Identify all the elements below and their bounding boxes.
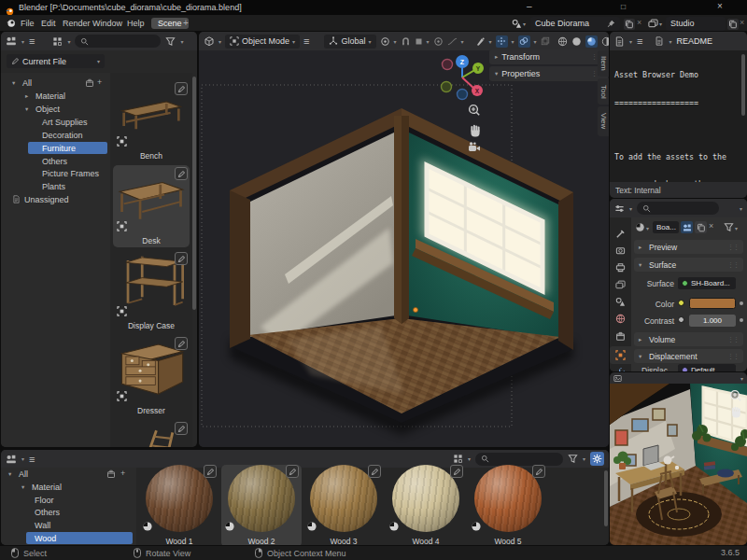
properties-panel-header[interactable]: ▾ Properties ⋮⋮ [489, 66, 608, 81]
pin-icon[interactable] [607, 20, 615, 28]
add-catalog-button[interactable]: + [97, 77, 102, 87]
material-thumb-wood-1[interactable]: Wood 1 [139, 465, 219, 545]
asset-source-select[interactable]: Current File ▾ [7, 54, 105, 68]
material-browse-dropdown-icon[interactable]: ▾ [646, 225, 649, 231]
view-layer-icon[interactable] [648, 19, 658, 29]
properties-search-input[interactable] [637, 202, 719, 215]
editor-type-dropdown-icon[interactable]: ▾ [21, 38, 24, 45]
drag-handle-icon[interactable]: ⋮⋮ [727, 261, 739, 269]
color-swatch[interactable] [689, 298, 736, 309]
material-thumb-wood-2[interactable]: Wood 2 [221, 465, 302, 545]
gizmo-minus-z-axis[interactable] [458, 90, 468, 100]
catalog-all[interactable]: ▾All [8, 468, 28, 480]
options-dropdown-icon[interactable]: ▾ [740, 205, 742, 212]
falloff-curve-icon[interactable] [447, 36, 458, 47]
tab-tool-icon[interactable] [615, 229, 626, 239]
tab-tool[interactable]: Tool [598, 78, 609, 105]
material-thumb-wood-5[interactable]: Wood 5 [468, 465, 548, 545]
displacement-field[interactable]: Default [678, 364, 736, 371]
minimize-button[interactable]: – [527, 1, 532, 11]
surface-panel-header[interactable]: ▾ Surface ⋮⋮ [634, 258, 743, 272]
view-layer-dropdown-icon[interactable]: ▾ [659, 21, 662, 27]
tab-render-icon[interactable] [615, 245, 626, 256]
menu-help[interactable]: Help [127, 19, 145, 28]
transform-panel-header[interactable]: ▸ Transform ⋮⋮ [489, 49, 608, 64]
display-mode-dropdown-icon[interactable]: ▾ [67, 38, 70, 45]
edit-asset-icon[interactable] [368, 465, 381, 478]
edit-asset-icon[interactable] [175, 422, 188, 435]
asset-thumb-dresser[interactable]: Dresser [113, 335, 190, 417]
tab-output-icon[interactable] [615, 262, 626, 273]
view-menu-icon[interactable]: ≡ [303, 35, 309, 47]
tab-scene-icon[interactable] [615, 297, 626, 307]
reference-image[interactable] [610, 384, 747, 545]
asset-thumb-display-case[interactable]: Display Case [113, 250, 190, 332]
maximize-button[interactable]: □ [621, 2, 626, 11]
view-layer-remove-icon[interactable]: × [740, 18, 744, 27]
edit-asset-icon[interactable] [175, 167, 188, 180]
add-workspace-button[interactable]: + [183, 18, 189, 28]
falloff-dropdown-icon[interactable]: ▾ [461, 38, 464, 45]
filter-dropdown-icon[interactable]: ▾ [180, 38, 183, 45]
asset-browser-editor-icon[interactable] [6, 454, 17, 465]
scene-icon[interactable] [512, 19, 522, 29]
scrollbar[interactable] [604, 470, 608, 526]
edit-asset-icon[interactable] [175, 252, 188, 265]
material-name-field[interactable]: Boa... [653, 221, 679, 233]
mode-select[interactable]: Object Mode ▾ [225, 35, 300, 49]
gizmo-minus-x-axis[interactable] [443, 60, 453, 70]
material-preview-icon[interactable] [635, 222, 645, 232]
menu-icon[interactable]: ≡ [637, 35, 642, 47]
catalog-material[interactable]: ▾Material [21, 481, 62, 493]
catalog-art-supplies[interactable]: Art Supplies [42, 116, 88, 128]
unlink-material-icon[interactable]: × [709, 221, 713, 231]
volume-panel-header[interactable]: ▸ Volume ⋮⋮ [634, 332, 743, 346]
asset-browser-toggle-icon[interactable] [681, 221, 693, 233]
tab-object-icon[interactable] [615, 350, 626, 360]
catalog-wall[interactable]: Wall [35, 519, 50, 531]
tab-modifiers-icon[interactable] [615, 367, 626, 371]
scrollbar[interactable] [192, 77, 196, 310]
display-mode-icon[interactable] [453, 454, 463, 464]
image-editor-icon[interactable] [613, 374, 622, 383]
catalog-wood[interactable]: Wood [26, 532, 133, 544]
panel-dropdown-icon[interactable]: ▾ [740, 375, 743, 382]
catalog-floor[interactable]: Floor [35, 494, 54, 506]
close-button[interactable]: × [717, 1, 723, 11]
asset-search-input[interactable] [75, 35, 161, 48]
filter-funnel-icon[interactable] [724, 222, 734, 232]
shading-material-icon[interactable] [585, 35, 598, 48]
drag-handle-icon[interactable]: ⋮⋮ [727, 353, 739, 360]
snap-target-icon[interactable] [415, 37, 423, 46]
show-gizmo-icon[interactable] [496, 35, 508, 48]
material-search-input[interactable] [475, 453, 563, 466]
preview-panel-header[interactable]: ▸ Preview ⋮⋮ [634, 240, 743, 254]
tab-item[interactable]: Item [598, 50, 609, 77]
xray-toggle-icon[interactable] [541, 36, 550, 46]
tab-view[interactable]: View [598, 106, 609, 136]
menu-render[interactable]: Render [63, 19, 91, 28]
viewport-canvas[interactable]: Z Y X [199, 50, 609, 447]
catalog-others[interactable]: Others [42, 155, 67, 167]
edit-asset-icon[interactable] [286, 465, 299, 478]
properties-editor-icon[interactable] [614, 203, 625, 214]
view-layer-field[interactable]: Studio [666, 17, 726, 31]
snap-dropdown-icon[interactable]: ▾ [427, 38, 430, 45]
datablock-dropdown-icon[interactable]: ▾ [669, 38, 671, 45]
text-datablock-icon[interactable] [655, 36, 664, 46]
text-content[interactable]: Asset Browser Demo ================== To… [614, 53, 738, 198]
catalog-plants[interactable]: Plants [42, 180, 65, 192]
settings-gear-icon[interactable] [590, 452, 604, 466]
filter-dropdown-icon[interactable]: ▾ [583, 455, 585, 462]
drag-handle-icon[interactable]: ⋮⋮ [727, 244, 739, 251]
catalog-decoration[interactable]: Decoration [42, 129, 83, 141]
editor-type-dropdown-icon[interactable]: ▾ [629, 205, 632, 212]
asset-thumb-bench[interactable]: Bench [113, 80, 190, 162]
displacement-panel-header[interactable]: ▾ Displacement ⋮⋮ [634, 349, 743, 363]
annotate-tool-icon[interactable] [475, 36, 486, 47]
asset-thumb-desk[interactable]: Desk [113, 165, 190, 247]
surface-shader-field[interactable]: SH-Board... [678, 277, 736, 289]
text-editor-icon[interactable] [614, 36, 625, 47]
scene-copy-icon[interactable] [624, 19, 635, 30]
asset-thumb-ladder[interactable] [113, 420, 190, 447]
